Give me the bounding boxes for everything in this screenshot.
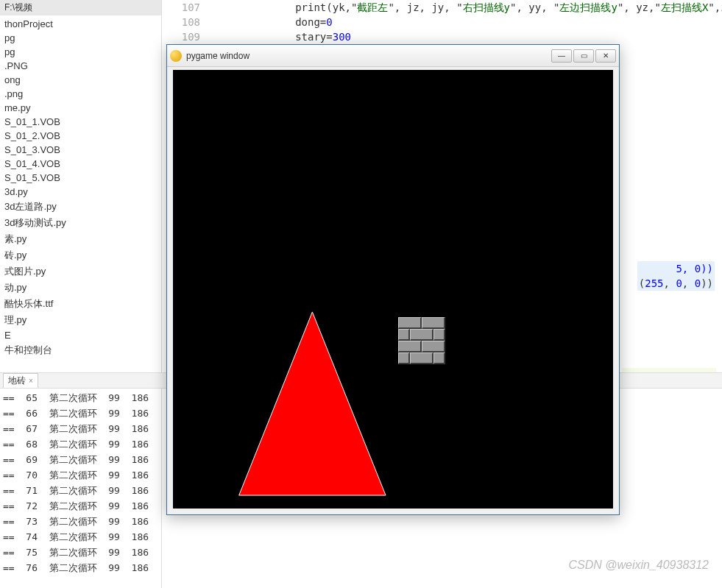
tree-item[interactable]: 砖.py	[0, 247, 161, 263]
far-right-code: 5, 0)) (255, 0, 0))	[637, 261, 722, 291]
tree-item[interactable]: ong	[0, 73, 161, 87]
tree-item[interactable]: S_01_2.VOB	[0, 129, 161, 143]
maximize-button[interactable]: ▭	[573, 49, 594, 63]
tree-item[interactable]: thonProject	[0, 17, 161, 31]
tree-item[interactable]: S_01_5.VOB	[0, 171, 161, 185]
tree-item[interactable]: .PNG	[0, 59, 161, 73]
code-line[interactable]: dong=0	[221, 15, 722, 29]
code-gutter: 107108109	[162, 0, 206, 44]
code-line[interactable]: stary=300	[221, 29, 722, 44]
tree-item[interactable]: 3d.py	[0, 185, 161, 199]
tree-item[interactable]: 理.py	[0, 312, 161, 328]
tree-item[interactable]: S_01_1.VOB	[0, 115, 161, 129]
pygame-icon	[170, 50, 182, 62]
console-row: == 75 第二次循环 99 186	[3, 545, 719, 560]
tree-item[interactable]: 3d移动测试.py	[0, 215, 161, 231]
tree-item[interactable]: pg	[0, 45, 161, 59]
red-triangle	[239, 312, 386, 495]
tree-item[interactable]: S_01_3.VOB	[0, 143, 161, 157]
tree-item[interactable]: pg	[0, 31, 161, 45]
console-row: == 73 第二次循环 99 186	[3, 514, 719, 529]
pygame-canvas	[173, 70, 613, 509]
tree-item[interactable]: 动.py	[0, 280, 161, 296]
run-tab[interactable]: 地砖 ×	[3, 373, 38, 388]
close-icon[interactable]: ×	[29, 377, 33, 385]
run-tab-label: 地砖	[8, 375, 26, 387]
pygame-window[interactable]: pygame window — ▭ ✕	[166, 44, 620, 515]
tree-item[interactable]: 式图片.py	[0, 263, 161, 280]
brick-wall	[398, 317, 445, 364]
game-scene	[173, 70, 613, 509]
tree-item[interactable]: 素.py	[0, 231, 161, 247]
close-button[interactable]: ✕	[595, 49, 616, 63]
tree-item[interactable]: E	[0, 328, 161, 342]
tree-item[interactable]: me.py	[0, 101, 161, 115]
project-tree-list: thonProjectpgpg.PNGong.pngme.pyS_01_1.VO…	[0, 15, 161, 360]
code-line[interactable]: print(yk,"截距左", jz, jy, "右扫描线y", yy, "左边…	[221, 0, 722, 15]
titlebar[interactable]: pygame window — ▭ ✕	[167, 45, 619, 67]
window-title: pygame window	[186, 51, 547, 61]
minimize-button[interactable]: —	[551, 49, 572, 63]
tree-item[interactable]: S_01_4.VOB	[0, 157, 161, 171]
code-lines[interactable]: print(yk,"截距左", jz, jy, "右扫描线y", yy, "左边…	[221, 0, 722, 44]
project-tree-header: F:\视频	[0, 0, 161, 15]
tree-item[interactable]: 酷快乐体.ttf	[0, 296, 161, 312]
line-number: 109	[162, 29, 200, 44]
console-row: == 74 第二次循环 99 186	[3, 529, 719, 545]
line-number: 108	[162, 15, 200, 29]
tree-item[interactable]: 3d左道路.py	[0, 199, 161, 215]
tree-item[interactable]: .png	[0, 87, 161, 101]
tree-item[interactable]: 牛和控制台	[0, 342, 161, 358]
far-right-num: 5, 0))	[676, 263, 713, 274]
line-number: 107	[162, 0, 200, 15]
watermark: CSDN @weixin_40938312	[568, 559, 709, 572]
